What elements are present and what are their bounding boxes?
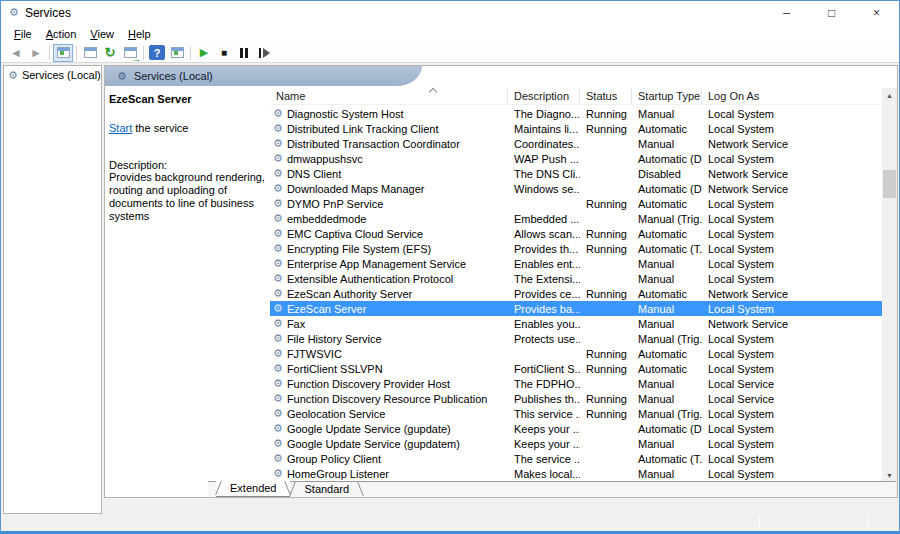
table-row[interactable]: ⚙Google Update Service (gupdate)Keeps yo…: [270, 421, 882, 436]
start-service-icon[interactable]: ▶: [194, 44, 214, 62]
service-cell: Local System: [702, 468, 882, 480]
export-list-icon[interactable]: →: [120, 44, 140, 62]
table-row[interactable]: ⚙Function Discovery Resource Publication…: [270, 391, 882, 406]
table-row[interactable]: ⚙Enterprise App Management ServiceEnable…: [270, 256, 882, 271]
service-cell: Local Service: [702, 378, 882, 390]
service-cell: Local System: [702, 123, 882, 135]
table-row[interactable]: ⚙Distributed Link Tracking ClientMaintai…: [270, 121, 882, 136]
service-gear-icon: ⚙: [273, 108, 283, 119]
service-cell: Running: [580, 363, 632, 375]
table-row[interactable]: ⚙EzeScan Authority ServerProvides ce...R…: [270, 286, 882, 301]
menu-bar: File Action View Help: [1, 24, 899, 43]
table-row[interactable]: ⚙Geolocation ServiceThis service ...Runn…: [270, 406, 882, 421]
service-cell: Automatic: [632, 348, 702, 360]
table-row[interactable]: ⚙DYMO PnP ServiceRunningAutomaticLocal S…: [270, 196, 882, 211]
service-gear-icon: ⚙: [273, 228, 283, 239]
table-row[interactable]: ⚙HomeGroup ListenerMakes local...ManualL…: [270, 466, 882, 481]
table-row[interactable]: ⚙Function Discovery Provider HostThe FDP…: [270, 376, 882, 391]
show-console-tree-icon[interactable]: [53, 44, 73, 62]
service-cell: Manual: [632, 303, 702, 315]
column-header-log-on-as[interactable]: Log On As: [702, 88, 882, 104]
sort-ascending-icon: [429, 88, 437, 96]
table-row[interactable]: ⚙EzeScan ServerProvides ba...ManualLocal…: [270, 301, 882, 316]
service-cell: Local System: [702, 303, 882, 315]
column-header-name[interactable]: Name: [270, 88, 508, 104]
service-cell: Manual: [632, 468, 702, 480]
service-name-cell: ⚙DYMO PnP Service: [270, 198, 508, 210]
table-row[interactable]: ⚙EMC Captiva Cloud ServiceAllows scan...…: [270, 226, 882, 241]
scroll-up-icon[interactable]: ▲: [882, 88, 897, 103]
service-name-cell: ⚙Geolocation Service: [270, 408, 508, 420]
service-cell: Network Service: [702, 288, 882, 300]
tab-standard[interactable]: Standard: [290, 482, 363, 497]
service-cell: Network Service: [702, 138, 882, 150]
start-service-link[interactable]: Start: [109, 122, 132, 134]
menu-action[interactable]: Action: [39, 26, 84, 42]
table-row[interactable]: ⚙Group Policy ClientThe service ...Autom…: [270, 451, 882, 466]
table-row[interactable]: ⚙dmwappushsvcWAP Push ...Automatic (D...…: [270, 151, 882, 166]
table-row[interactable]: ⚙FortiClient SSLVPNFortiClient S...Runni…: [270, 361, 882, 376]
table-row[interactable]: ⚙DNS ClientThe DNS Cli...DisabledNetwork…: [270, 166, 882, 181]
table-row[interactable]: ⚙Distributed Transaction CoordinatorCoor…: [270, 136, 882, 151]
show-action-pane-icon[interactable]: [167, 44, 187, 62]
table-row[interactable]: ⚙FJTWSVICRunningAutomaticLocal System: [270, 346, 882, 361]
tree-item-services-local[interactable]: ⚙ Services (Local): [4, 66, 101, 83]
service-gear-icon: ⚙: [273, 423, 283, 434]
table-row[interactable]: ⚙File History ServiceProtects use...Manu…: [270, 331, 882, 346]
pause-service-icon[interactable]: [234, 44, 254, 62]
forward-icon[interactable]: ►: [26, 44, 46, 62]
maximize-button[interactable]: □: [809, 1, 854, 24]
service-gear-icon: ⚙: [273, 198, 283, 209]
statusbar-separator: [759, 516, 760, 529]
vertical-scroll-thumb[interactable]: [883, 170, 896, 198]
table-row[interactable]: ⚙Google Update Service (gupdatem)Keeps y…: [270, 436, 882, 451]
back-icon[interactable]: ◄: [6, 44, 26, 62]
service-cell: Local System: [702, 213, 882, 225]
service-cell: Manual: [632, 138, 702, 150]
help-icon[interactable]: ?: [147, 44, 167, 62]
service-cell: Manual: [632, 393, 702, 405]
service-cell: Disabled: [632, 168, 702, 180]
menu-file[interactable]: File: [7, 26, 39, 42]
service-gear-icon: ⚙: [273, 333, 283, 344]
service-cell: Running: [580, 228, 632, 240]
service-cell: Protects use...: [508, 333, 580, 345]
restart-service-icon[interactable]: [254, 44, 274, 62]
vertical-scrollbar[interactable]: ▲ ▼: [882, 88, 897, 483]
tab-extended[interactable]: Extended: [216, 481, 290, 497]
banner-gear-icon: ⚙: [117, 71, 127, 82]
toolbar-separator: [76, 46, 77, 60]
table-row[interactable]: ⚙Diagnostic System HostThe Diagno...Runn…: [270, 106, 882, 121]
service-cell: Manual (Trig...: [632, 213, 702, 225]
table-row[interactable]: ⚙Encrypting File System (EFS)Provides th…: [270, 241, 882, 256]
column-header-startup-type[interactable]: Startup Type: [632, 88, 702, 104]
service-cell: Manual: [632, 378, 702, 390]
service-cell: Enables ent...: [508, 258, 580, 270]
refresh-icon[interactable]: ↻: [100, 44, 120, 62]
table-row[interactable]: ⚙Downloaded Maps ManagerWindows se...Aut…: [270, 181, 882, 196]
stop-service-icon[interactable]: ■: [214, 44, 234, 62]
service-cell: Publishes th...: [508, 393, 580, 405]
table-row[interactable]: ⚙FaxEnables you...ManualNetwork Service: [270, 316, 882, 331]
table-row[interactable]: ⚙embeddedmodeEmbedded ...Manual (Trig...…: [270, 211, 882, 226]
service-cell: Manual (Trig...: [632, 333, 702, 345]
service-gear-icon: ⚙: [273, 123, 283, 134]
column-header-description[interactable]: Description: [508, 88, 580, 104]
properties-icon[interactable]: [80, 44, 100, 62]
service-gear-icon: ⚙: [273, 438, 283, 449]
menu-help[interactable]: Help: [121, 26, 158, 42]
column-header-status[interactable]: Status: [580, 88, 632, 104]
service-cell: Automatic: [632, 123, 702, 135]
service-cell: Local System: [702, 108, 882, 120]
table-row[interactable]: ⚙Extensible Authentication ProtocolThe E…: [270, 271, 882, 286]
service-name-cell: ⚙Function Discovery Resource Publication: [270, 393, 508, 405]
status-bar: [1, 514, 899, 531]
service-gear-icon: ⚙: [273, 453, 283, 464]
toolbar: ◄ ► ↻ → ? ▶ ■: [1, 43, 899, 63]
service-cell: Enables you...: [508, 318, 580, 330]
close-button[interactable]: ×: [854, 1, 899, 24]
service-cell: Network Service: [702, 168, 882, 180]
menu-view[interactable]: View: [83, 26, 121, 42]
minimize-button[interactable]: –: [764, 1, 809, 24]
statusbar-separator: [868, 516, 869, 529]
